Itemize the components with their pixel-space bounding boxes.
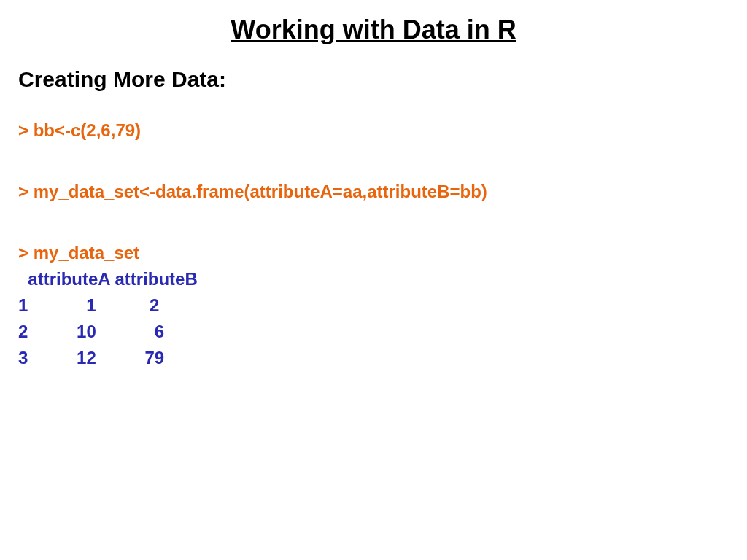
- output-header: attributeA attributeB: [18, 266, 729, 292]
- output-row: 3 12 79: [18, 345, 729, 371]
- section-heading: Creating More Data:: [18, 67, 729, 92]
- output-row: 2 10 6: [18, 319, 729, 345]
- slide-title: Working with Data in R: [18, 15, 729, 45]
- command-text: my_data_set: [34, 243, 139, 262]
- prompt: >: [18, 243, 28, 262]
- command-line-1: > bb<-c(2,6,79): [18, 117, 729, 144]
- command-text: bb<-c(2,6,79): [34, 120, 141, 140]
- command-line-2: > my_data_set<-data.frame(attributeA=aa,…: [18, 179, 729, 205]
- command-text: my_data_set<-data.frame(attributeA=aa,at…: [34, 182, 487, 201]
- prompt: >: [18, 182, 28, 201]
- prompt: >: [18, 120, 28, 140]
- code-block: > bb<-c(2,6,79) > my_data_set<-data.fram…: [18, 117, 729, 371]
- command-line-3: > my_data_set: [18, 240, 729, 266]
- output-row: 1 1 2: [18, 292, 729, 319]
